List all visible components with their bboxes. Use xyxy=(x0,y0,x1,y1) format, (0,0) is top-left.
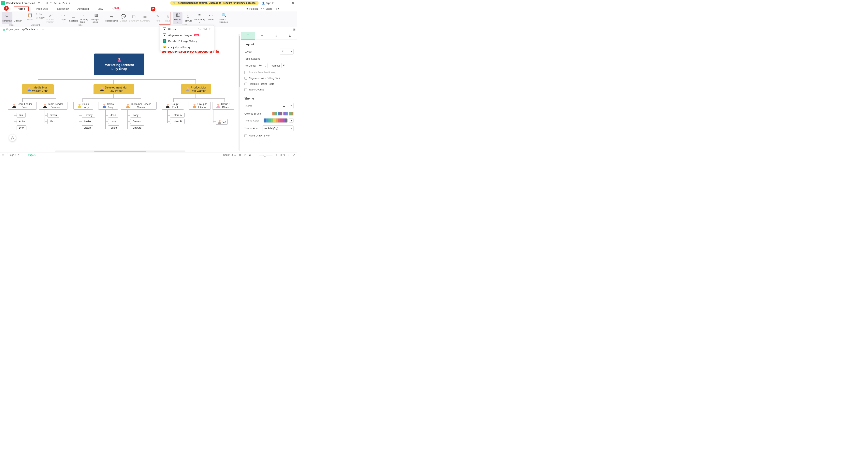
panel-tab-style[interactable]: ✦ xyxy=(255,32,269,39)
branch-swatch-4[interactable] xyxy=(289,112,293,116)
panel-toggle-icon[interactable]: ▣ xyxy=(293,28,296,31)
node-root[interactable]: Marketing DirectorLilly Snap xyxy=(94,54,145,75)
node-cs-caesar[interactable]: Customer ServiceCaesar xyxy=(121,102,157,110)
chk-align-sibling[interactable]: Alignment With Sibling Topic xyxy=(244,77,293,80)
node-g2[interactable]: Group 2Litisha xyxy=(189,102,211,110)
outline-view-icon[interactable]: ▤ xyxy=(2,154,4,156)
mindmap-button[interactable]: ✂MindMap xyxy=(2,12,12,24)
dd-ai-images[interactable]: ▲ AI-generated Images Hot xyxy=(160,32,214,38)
node-g1[interactable]: Group 1Pratik xyxy=(162,102,184,110)
chat-fab[interactable]: 💬 xyxy=(9,135,16,141)
node-green[interactable]: Green xyxy=(48,113,59,117)
horizontal-input[interactable]: 30▲▼ xyxy=(258,63,268,68)
node-cj[interactable]: CJ xyxy=(216,119,228,125)
tab-ai[interactable]: AIHot xyxy=(110,6,121,11)
node-iris[interactable]: Iris xyxy=(17,113,26,117)
trial-banner[interactable]: 🛒 The trial period has expired. Upgrade … xyxy=(170,1,259,5)
node-susie[interactable]: Susie xyxy=(108,125,119,130)
node-sales-joey[interactable]: SalesJoey xyxy=(98,102,118,110)
vertical-input[interactable]: 30▲▼ xyxy=(281,63,291,68)
dd-pexels[interactable]: P Pexels HD Image Gallery xyxy=(160,38,214,44)
document-tab[interactable]: ▦ Organogram ...ap Template ✕ xyxy=(2,27,39,31)
panel-tab-settings[interactable]: ⚙ xyxy=(283,32,297,39)
tab-slideshow[interactable]: Slideshow xyxy=(56,6,70,11)
topic-button[interactable]: ▭Topic▾ xyxy=(58,12,68,24)
boundary-button[interactable]: ▢Boundary xyxy=(128,12,140,24)
zoom-slider[interactable] xyxy=(259,155,273,155)
node-dev-mgr[interactable]: Development MgrJay Potter xyxy=(94,84,134,94)
node-media-mgr[interactable]: Media MgrWilliam John xyxy=(22,84,54,94)
node-abby[interactable]: Abby xyxy=(17,119,27,124)
node-tl-severes[interactable]: Team LeaderSeveres xyxy=(39,102,67,110)
node-max[interactable]: Max xyxy=(48,119,57,124)
picture-button[interactable]: 🖼Picture▾ xyxy=(173,12,183,24)
more-button[interactable]: ⋯More▾ xyxy=(206,12,216,24)
node-dennis[interactable]: Dennis xyxy=(130,119,143,124)
format-painter-button[interactable]: 🖌Format Painter xyxy=(45,12,56,24)
close-tab-icon[interactable]: ✕ xyxy=(36,28,38,31)
maximize-icon[interactable]: ▢ xyxy=(286,1,288,4)
close-icon[interactable]: ✕ xyxy=(292,1,294,4)
chk-flex-float[interactable]: Flexible Floating Topic xyxy=(244,82,293,85)
multiple-topics-button[interactable]: ▦Multiple Topics xyxy=(91,12,102,24)
chk-hand-drawn[interactable]: Hand-Drawn Style xyxy=(244,134,293,137)
theme-color-caret[interactable]: ▾ xyxy=(289,118,293,123)
node-jacob[interactable]: Jacob xyxy=(82,125,93,130)
print-icon[interactable]: 🖶 xyxy=(58,1,61,4)
collapse-ribbon-icon[interactable]: ˄ xyxy=(282,7,283,10)
undo-icon[interactable]: ↶ xyxy=(38,1,40,4)
node-leslie[interactable]: Leslie xyxy=(82,119,93,124)
view-icon-2[interactable]: ⿻ xyxy=(244,154,246,156)
zoom-value[interactable]: 83% xyxy=(281,154,285,156)
node-dick[interactable]: Dick xyxy=(17,125,26,130)
relationship-button[interactable]: ∿Relationship xyxy=(104,12,119,24)
numbering-button[interactable]: ≡Numbering▾ xyxy=(193,12,206,24)
zoom-in-icon[interactable]: ＋ xyxy=(275,153,278,156)
node-prod-mgr[interactable]: Product MgrRon Watson xyxy=(181,84,211,94)
publish-button[interactable]: ✈ Publish xyxy=(246,7,258,10)
tab-home[interactable]: Home xyxy=(14,6,29,11)
fullscreen-icon[interactable]: ⤢ xyxy=(293,154,295,156)
panel-tab-map[interactable]: ◎ xyxy=(269,32,283,39)
view-icon-1[interactable]: ▦ xyxy=(239,154,241,156)
dd-emoji[interactable]: 😊 emoji clip art library xyxy=(160,44,214,50)
theme-font-select[interactable]: Aa Arial (Big)▾ xyxy=(262,125,293,131)
summary-button[interactable]: ☰Summary xyxy=(140,12,151,24)
branch-swatch-1[interactable] xyxy=(272,112,277,116)
minimize-icon[interactable]: — xyxy=(279,1,282,4)
branch-swatch-3[interactable] xyxy=(283,112,288,116)
outliner-button[interactable]: ≔Outliner xyxy=(13,12,22,24)
add-tab-button[interactable]: ＋ xyxy=(41,27,44,31)
node-intern-b[interactable]: Intern B xyxy=(170,119,185,124)
panel-tab-layout[interactable]: ▢ xyxy=(241,32,255,39)
theme-select[interactable]: ━ ▬▾ xyxy=(280,103,293,109)
theme-color-select[interactable] xyxy=(264,118,288,123)
zoom-out-icon[interactable]: — xyxy=(254,154,256,156)
copy-button[interactable]: ⿻Copy xyxy=(35,16,45,19)
save-icon[interactable]: 🖫 xyxy=(54,1,57,4)
help-icon[interactable]: ？▾ xyxy=(275,7,279,10)
cut-button[interactable]: ✂Cut xyxy=(35,12,45,16)
page-link[interactable]: Page-1 xyxy=(28,154,36,156)
tab-advanced[interactable]: Advanced xyxy=(76,6,90,11)
node-tl-john[interactable]: Team LeaderJohn xyxy=(8,102,37,110)
vertical-scrollbar[interactable] xyxy=(239,34,240,151)
page-select[interactable]: Page-1 xyxy=(7,153,20,157)
redo-icon[interactable]: ↷ xyxy=(42,1,44,4)
subtopic-button[interactable]: ▭Subtopic xyxy=(68,12,79,24)
view-icon-3[interactable]: ▣ xyxy=(249,154,251,156)
new-icon[interactable]: ⊞ xyxy=(45,1,48,4)
floating-topic-button[interactable]: ▭Floating Topic xyxy=(79,12,90,24)
node-josh[interactable]: Josh xyxy=(108,113,118,117)
node-edward[interactable]: Edward xyxy=(130,125,144,130)
signin-button[interactable]: 👤 Sign In xyxy=(262,2,274,4)
dd-picture[interactable]: ▲ Picture Ctrl+Shift+P xyxy=(160,26,214,32)
node-tommy[interactable]: Tommy xyxy=(82,113,95,117)
formula-button[interactable]: ΣFormula xyxy=(183,12,193,24)
node-sales-harry[interactable]: SalesHarry xyxy=(73,102,93,110)
paste-button[interactable]: 📋Paste▾ xyxy=(26,12,35,24)
tab-view[interactable]: View xyxy=(96,6,104,11)
horizontal-scrollbar[interactable] xyxy=(55,150,185,152)
fit-icon[interactable]: ⛶ xyxy=(288,154,290,156)
tab-page-style[interactable]: Page Style xyxy=(34,6,50,11)
